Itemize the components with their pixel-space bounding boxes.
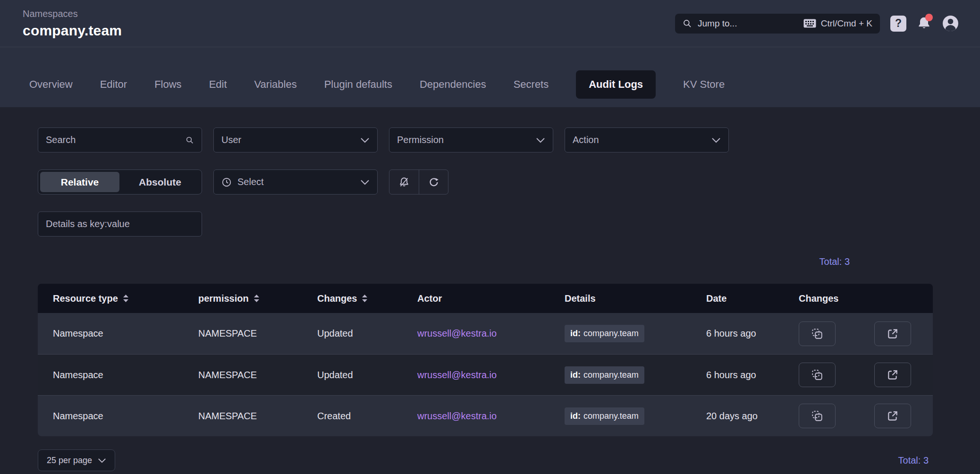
- permission-filter-select[interactable]: Permission: [389, 127, 553, 152]
- cell-date: 6 hours ago: [706, 328, 799, 339]
- actor-link[interactable]: wrussell@kestra.io: [417, 370, 565, 381]
- diff-icon: [811, 410, 823, 422]
- open-details-button[interactable]: [874, 404, 911, 428]
- jump-to-search[interactable]: Jump to... Ctrl/Cmd + K: [675, 14, 880, 34]
- details-value: company.team: [583, 370, 639, 380]
- user-filter-select[interactable]: User: [213, 127, 378, 152]
- tab-plugin-defaults[interactable]: Plugin defaults: [324, 78, 392, 91]
- filter-row-time: Relative Absolute Select: [38, 169, 933, 195]
- table-row: Namespace NAMESPACE Updated wrussell@kes…: [38, 354, 933, 395]
- chevron-down-icon: [536, 137, 545, 143]
- view-changes-button[interactable]: [799, 363, 836, 387]
- tab-editor[interactable]: Editor: [100, 78, 127, 91]
- view-changes-button[interactable]: [799, 322, 836, 346]
- open-in-new-icon: [887, 369, 899, 381]
- details-key: id:: [570, 329, 581, 339]
- search-icon: [683, 19, 692, 28]
- column-header-date: Date: [706, 293, 799, 304]
- filter-row-details: Details as key:value: [38, 212, 933, 237]
- cell-actions: [799, 404, 920, 428]
- filter-actions-group: [389, 169, 448, 195]
- tab-dependencies[interactable]: Dependencies: [420, 78, 486, 91]
- keyboard-icon: [803, 19, 816, 28]
- column-label: Resource type: [53, 293, 118, 304]
- sort-icon: [123, 294, 129, 303]
- notifications-button[interactable]: [917, 16, 931, 31]
- pagination-row: 25 per page Total: 3: [38, 449, 933, 471]
- cell-permission: NAMESPACE: [198, 411, 317, 422]
- topbar-actions: Jump to... Ctrl/Cmd + K ?: [675, 14, 959, 34]
- breadcrumb[interactable]: Namespaces: [23, 8, 122, 19]
- table-header-row: Resource type permission Changes Actor D…: [38, 284, 933, 313]
- time-mode-absolute[interactable]: Absolute: [120, 172, 200, 192]
- time-mode-toggle: Relative Absolute: [38, 169, 202, 195]
- chevron-down-icon: [360, 137, 370, 143]
- chevron-down-icon: [711, 137, 721, 143]
- search-input[interactable]: Search: [38, 127, 202, 152]
- column-header-changes-actions: Changes: [799, 293, 920, 304]
- tab-kv-store[interactable]: KV Store: [683, 78, 725, 91]
- details-value: company.team: [583, 329, 639, 339]
- action-filter-select[interactable]: Action: [565, 127, 729, 152]
- tab-flows[interactable]: Flows: [154, 78, 181, 91]
- column-header-changes[interactable]: Changes: [317, 293, 417, 304]
- cell-actions: [799, 363, 920, 387]
- cell-date: 20 days ago: [706, 411, 799, 422]
- tab-overview[interactable]: Overview: [29, 78, 73, 91]
- sort-icon: [362, 294, 368, 303]
- audit-logs-table: Resource type permission Changes Actor D…: [38, 284, 933, 436]
- details-filter-input[interactable]: Details as key:value: [38, 212, 202, 237]
- per-page-select[interactable]: 25 per page: [38, 449, 115, 471]
- action-filter-label: Action: [573, 135, 599, 145]
- mute-notifications-button[interactable]: [389, 170, 419, 194]
- time-range-label: Select: [237, 177, 264, 187]
- diff-icon: [811, 328, 823, 340]
- open-details-button[interactable]: [874, 363, 911, 387]
- cell-resource-type: Namespace: [53, 328, 198, 339]
- clock-icon: [221, 177, 232, 187]
- cell-details: id: company.team: [565, 407, 706, 425]
- table-row: Namespace NAMESPACE Updated wrussell@kes…: [38, 313, 933, 354]
- actor-link[interactable]: wrussell@kestra.io: [417, 328, 565, 339]
- time-range-select[interactable]: Select: [213, 169, 378, 195]
- open-details-button[interactable]: [874, 322, 911, 346]
- refresh-icon: [428, 177, 439, 188]
- details-filter-placeholder: Details as key:value: [46, 219, 130, 229]
- column-header-resource-type[interactable]: Resource type: [53, 293, 198, 304]
- bell-off-icon: [398, 177, 410, 188]
- open-in-new-icon: [887, 410, 899, 422]
- view-changes-button[interactable]: [799, 404, 836, 428]
- shortcut-hint: Ctrl/Cmd + K: [803, 18, 872, 29]
- header-titles: Namespaces company.team: [23, 8, 122, 39]
- user-filter-label: User: [221, 135, 241, 145]
- tab-secrets[interactable]: Secrets: [514, 78, 549, 91]
- column-label: Changes: [317, 293, 357, 304]
- help-icon[interactable]: ?: [890, 16, 906, 32]
- diff-icon: [811, 369, 823, 381]
- cell-change: Created: [317, 411, 417, 422]
- details-key: id:: [570, 411, 581, 421]
- tab-audit-logs[interactable]: Audit Logs: [576, 70, 656, 99]
- refresh-button[interactable]: [419, 170, 448, 194]
- details-badge: id: company.team: [565, 407, 644, 425]
- column-header-permission[interactable]: permission: [198, 293, 317, 304]
- jump-to-placeholder: Jump to...: [698, 18, 798, 29]
- per-page-label: 25 per page: [47, 456, 92, 466]
- column-header-actor: Actor: [417, 293, 565, 304]
- total-count-bottom: Total: 3: [898, 455, 929, 466]
- cell-resource-type: Namespace: [53, 411, 198, 422]
- total-count-top: Total: 3: [38, 256, 850, 267]
- open-in-new-icon: [887, 328, 899, 340]
- time-mode-relative[interactable]: Relative: [40, 172, 119, 192]
- top-bar: Namespaces company.team Jump to... Ctrl/…: [0, 0, 980, 47]
- tab-variables[interactable]: Variables: [254, 78, 297, 91]
- avatar[interactable]: [942, 15, 959, 32]
- tab-edit[interactable]: Edit: [209, 78, 227, 91]
- cell-permission: NAMESPACE: [198, 328, 317, 339]
- actor-link[interactable]: wrussell@kestra.io: [417, 411, 565, 422]
- shortcut-label: Ctrl/Cmd + K: [821, 18, 872, 29]
- table-row: Namespace NAMESPACE Created wrussell@kes…: [38, 395, 933, 436]
- details-badge: id: company.team: [565, 366, 644, 384]
- details-value: company.team: [583, 411, 639, 421]
- cell-date: 6 hours ago: [706, 370, 799, 381]
